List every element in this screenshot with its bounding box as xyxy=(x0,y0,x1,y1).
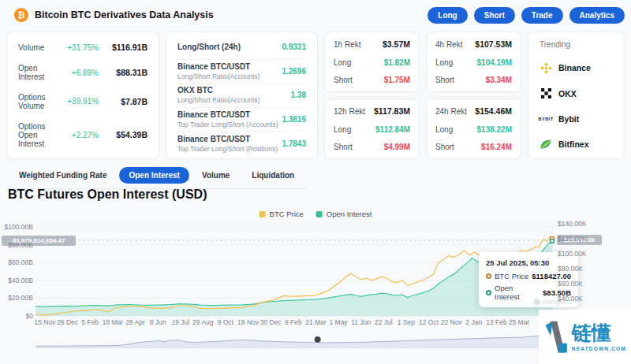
tab-liquidation[interactable]: Liquidation xyxy=(242,167,304,184)
trending-card: Trending Binance OKX BY xyxy=(528,32,625,159)
btc-price-dot-icon xyxy=(486,273,491,279)
stat-change: +31.75% xyxy=(58,43,99,52)
rekt-long-value: $104.19M xyxy=(477,58,512,67)
trade-button[interactable]: Trade xyxy=(521,7,563,24)
x-axis-tick: 2 Jan xyxy=(465,318,482,326)
x-axis-tick: 9 Feb xyxy=(285,318,302,326)
x-axis-tick: 19 Jul xyxy=(171,318,189,326)
rekt-period: 24h Rekt xyxy=(435,107,467,116)
okx-icon xyxy=(540,87,552,100)
stat-change: +6.89% xyxy=(58,69,99,77)
ratio-title: Binance BTC/USDT xyxy=(177,62,282,71)
rekt-total: $107.53M xyxy=(475,39,512,49)
brand-name-cn: 链懂 xyxy=(572,322,611,344)
x-axis-tick: 21 Mar xyxy=(305,318,326,326)
long-button[interactable]: Long xyxy=(428,7,467,24)
y-axis-right-tick: $100.00K xyxy=(558,250,586,258)
y-axis-left-tick: $20.00B xyxy=(0,294,33,302)
legend-btc-price[interactable]: BTC Price xyxy=(259,210,304,218)
rekt-long-label: Long xyxy=(435,125,453,134)
trending-item-label: OKX xyxy=(558,89,577,98)
x-axis-tick: 18 Mar xyxy=(103,318,123,326)
ratio-value: 1.38 xyxy=(291,91,306,99)
trending-item-okx[interactable]: OKX xyxy=(540,87,613,100)
tooltip-value: $83.50B xyxy=(543,288,571,297)
ratio-title: Binance BTC/USDT xyxy=(177,135,282,143)
ratio-value: 0.9331 xyxy=(282,43,306,51)
chart-tooltip: 25 Jul 2025, 05:30 BTC Price $118427.00 … xyxy=(479,252,578,307)
rekt-short-value: $1.75M xyxy=(384,76,410,84)
ratio-value: 1.2696 xyxy=(282,67,306,76)
rekt-short-value: $16.24M xyxy=(481,143,512,151)
ratio-row: Binance BTC/USDT Top Trader Long/Short (… xyxy=(177,107,306,132)
tooltip-value: $118427.00 xyxy=(532,272,571,280)
stat-row: Options Open Interest +2.27% $54.39B xyxy=(18,122,147,148)
rekt-card-4h: 4h Rekt$107.53M Long$104.19M Short$3.34M xyxy=(426,32,521,92)
y-axis-left-tick: $0 xyxy=(0,312,33,320)
chart-legend: BTC Price Open Interest xyxy=(259,210,372,218)
section-title: BTC Futures Open Interest (USD) xyxy=(8,188,207,202)
trending-item-bybit[interactable]: BYBIT Bybit xyxy=(540,113,613,125)
stat-label: Options Volume xyxy=(18,93,58,110)
ratio-subtitle: Long/Short Ratio(Accounts) xyxy=(177,72,282,80)
tooltip-row: BTC Price $118427.00 xyxy=(486,272,571,280)
rekt-short-value: $4.99M xyxy=(384,143,410,151)
x-axis-tick: 12 Oct xyxy=(419,318,439,326)
rekt-long-value: $112.84M xyxy=(375,125,410,134)
analytics-button[interactable]: Analytics xyxy=(569,7,625,24)
page-header: ₿ Bitcoin BTC Derivatives Data Analysis … xyxy=(0,0,631,30)
y-axis-right-tick: $140.00K xyxy=(558,220,586,228)
ratio-subtitle: Top Trader Long/Short (Positions) xyxy=(177,145,282,153)
y-axis-right-tick: $120.00K xyxy=(558,235,586,243)
rekt-period: 4h Rekt xyxy=(435,40,462,49)
stat-change: +2.27% xyxy=(58,131,99,139)
trending-item-binance[interactable]: Binance xyxy=(540,61,613,74)
stat-change: +39.91% xyxy=(58,97,99,106)
binance-icon xyxy=(540,61,552,74)
rekt-total: $154.46M xyxy=(475,106,512,116)
bitfinex-icon xyxy=(540,138,552,150)
coinglass-icon xyxy=(533,299,540,306)
rekt-short-label: Short xyxy=(435,143,454,151)
coinglass-watermark: coinglass xyxy=(533,298,573,306)
x-axis-tick: 8 Jun xyxy=(150,318,166,326)
tab-open-interest[interactable]: Open Interest xyxy=(119,167,189,184)
x-axis-tick: 12 Feb xyxy=(486,318,506,326)
x-axis-tick: 22 Jul xyxy=(375,318,393,326)
stat-row: Options Volume +39.91% $7.87B xyxy=(18,93,147,110)
rekt-card-12h: 12h Rekt$117.83M Long$112.84M Short$4.99… xyxy=(324,98,420,159)
stat-label: Options Open Interest xyxy=(18,122,58,148)
stat-label: Open Interest xyxy=(18,64,58,81)
page-title: Bitcoin BTC Derivatives Data Analysis xyxy=(35,9,214,20)
rekt-long-label: Long xyxy=(435,58,453,67)
summary-cards-row: Volume +31.75% $116.91B Open Interest +6… xyxy=(6,32,625,159)
rekt-short-label: Short xyxy=(334,76,353,84)
open-interest-dot-icon xyxy=(486,290,491,295)
rekt-long-value: $138.22M xyxy=(477,125,512,134)
ratio-title: Binance BTC/USDT xyxy=(177,110,282,119)
neatdown-logo-icon xyxy=(545,315,567,359)
tooltip-row: Open Interest $83.50B xyxy=(486,284,571,301)
x-axis-tick: 9 Oct xyxy=(218,318,233,326)
trending-item-bitfinex[interactable]: Bitfinex xyxy=(540,138,613,150)
tooltip-label: Open Interest xyxy=(495,284,540,301)
stat-value: $88.31B xyxy=(99,68,147,77)
rekt-total: $3.57M xyxy=(383,39,410,49)
x-axis-tick: 30 Dec xyxy=(260,318,282,326)
x-axis-tick: 11 Jun xyxy=(351,318,371,326)
chart-tabs: Weighted Funding Rate Open Interest Volu… xyxy=(6,167,307,189)
legend-label: Open Interest xyxy=(327,210,372,218)
tooltip-label: BTC Price xyxy=(495,272,528,280)
long-short-ratio-card: Long/Short (24h) 0.9331 Binance BTC/USDT… xyxy=(166,32,318,159)
legend-open-interest[interactable]: Open Interest xyxy=(316,210,372,218)
y-axis-right-tick: $80.00K xyxy=(558,265,583,273)
y-axis-right-tick: $40.00K xyxy=(558,295,583,303)
tab-volume[interactable]: Volume xyxy=(192,167,239,184)
y-axis-left-tick: $80.00B xyxy=(0,241,33,249)
navigator-handle[interactable] xyxy=(314,336,321,344)
short-button[interactable]: Short xyxy=(474,7,515,24)
rekt-short-label: Short xyxy=(435,76,454,84)
rekt-period: 12h Rekt xyxy=(334,107,365,116)
tab-weighted-funding-rate[interactable]: Weighted Funding Rate xyxy=(9,167,116,184)
ratio-row: OKX BTC Long/Short Ratio(Accounts) 1.38 xyxy=(177,83,306,107)
